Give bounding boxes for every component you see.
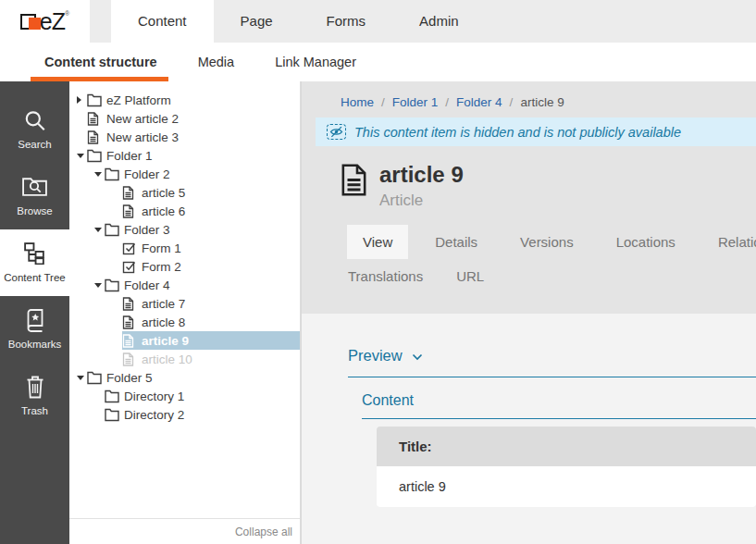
tab-locations[interactable]: Locations — [616, 225, 675, 259]
tab-translations[interactable]: Translations — [348, 259, 423, 293]
subnav-tab-link-manager[interactable]: Link Manager — [275, 43, 356, 81]
tree-item-article-10[interactable]: article 10 — [69, 350, 300, 368]
top-tab-page[interactable]: Page — [214, 0, 300, 43]
tree-item-body: Folder 4 — [105, 276, 300, 294]
sidebar-item-bookmarks[interactable]: Bookmarks — [0, 296, 69, 363]
content-type-label: Article — [379, 192, 464, 210]
tab-content-area: Preview Content Title:article 9 — [302, 314, 756, 544]
top-tab-list: ContentPageFormsAdmin — [111, 0, 486, 43]
sidebar-item-trash[interactable]: Trash — [0, 363, 69, 429]
tree-item-directory-1[interactable]: Directory 1 — [69, 387, 300, 405]
top-bar: eZ ® ContentPageFormsAdmin — [0, 0, 756, 43]
collapse-arrow-icon[interactable] — [77, 154, 87, 158]
subnav-tab-content-structure[interactable]: Content structure — [44, 43, 157, 81]
top-tab-content[interactable]: Content — [111, 0, 214, 43]
content-tree-panel: eZ PlatformNew article 2New article 3Fol… — [69, 81, 301, 544]
preview-label: Preview — [348, 347, 403, 365]
tree-item-folder-1[interactable]: Folder 1 — [69, 146, 300, 165]
sidebar-item-browse[interactable]: Browse — [0, 163, 69, 229]
folder-icon — [87, 371, 103, 385]
tree-item-article-9[interactable]: article 9 — [69, 331, 300, 350]
collapse-all-button[interactable]: Collapse all — [69, 518, 300, 544]
tree-item-body: Folder 3 — [105, 220, 300, 239]
search-icon — [0, 108, 69, 134]
expand-arrow-icon[interactable] — [77, 96, 87, 104]
preview-section-toggle[interactable]: Preview — [348, 347, 756, 377]
sidebar-item-label: Content Tree — [4, 272, 65, 283]
tree-item-new-article-2[interactable]: New article 2 — [69, 109, 300, 128]
tree-item-label: Folder 5 — [106, 371, 153, 385]
sidebar-item-search[interactable]: Search — [0, 96, 69, 163]
tab-versions[interactable]: Versions — [520, 225, 574, 259]
tab-row-2: TranslationsURL — [348, 259, 756, 293]
tree-item-body: article 7 — [122, 294, 300, 313]
tree-item-label: Directory 2 — [124, 408, 184, 422]
hidden-eye-icon — [327, 124, 346, 140]
breadcrumb-separator: / — [381, 95, 385, 109]
tree-item-form-1[interactable]: Form 1 — [69, 239, 300, 257]
tree-item-label: Folder 3 — [124, 223, 170, 237]
top-tab-admin[interactable]: Admin — [392, 0, 486, 43]
tab-relations[interactable]: Relations — [718, 225, 756, 259]
bookmarks-icon — [0, 308, 69, 334]
tree-item-article-8[interactable]: article 8 — [69, 313, 300, 331]
sidebar-item-label: Browse — [17, 205, 52, 216]
tab-details[interactable]: Details — [435, 225, 477, 259]
tree-item-label: article 8 — [142, 315, 185, 329]
tree-item-body: Folder 5 — [87, 368, 300, 387]
content-title-block: article 9 Article — [302, 146, 756, 210]
tree-item-directory-2[interactable]: Directory 2 — [69, 405, 300, 424]
tree-item-body: New article 2 — [87, 109, 300, 128]
folder-icon — [105, 278, 120, 292]
browse-icon — [0, 175, 69, 201]
tree-item-body: article 10 — [122, 350, 300, 368]
breadcrumb-separator: / — [445, 95, 449, 109]
page-body: SearchBrowseContent TreeBookmarksTrash e… — [0, 81, 756, 544]
tree-item-ez-platform[interactable]: eZ Platform — [69, 91, 300, 109]
tree-item-form-2[interactable]: Form 2 — [69, 257, 300, 276]
tree-item-body: Form 2 — [122, 257, 300, 276]
folder-icon — [105, 167, 120, 181]
sub-tab-list: Content structureMediaLink Manager — [44, 43, 397, 81]
tree-item-folder-4[interactable]: Folder 4 — [69, 276, 300, 294]
ez-logo-icon: eZ ® — [20, 8, 69, 35]
left-sidebar: SearchBrowseContent TreeBookmarksTrash — [0, 81, 69, 544]
collapse-arrow-icon[interactable] — [94, 172, 105, 177]
breadcrumb-link-folder-1[interactable]: Folder 1 — [392, 95, 439, 109]
tree-item-folder-2[interactable]: Folder 2 — [69, 165, 300, 183]
folder-icon — [105, 389, 120, 403]
breadcrumb-link-folder-4[interactable]: Folder 4 — [456, 95, 502, 109]
article-document-icon — [341, 162, 367, 210]
app-logo[interactable]: eZ ® — [0, 0, 90, 43]
subnav-tab-media[interactable]: Media — [198, 43, 235, 81]
tree-item-label: article 7 — [142, 297, 185, 311]
article-icon — [122, 352, 138, 366]
page-title: article 9 — [379, 162, 464, 189]
tree-item-label: article 10 — [142, 352, 192, 366]
tree-item-body: article 6 — [122, 202, 300, 220]
breadcrumb: Home/Folder 1/Folder 4/article 9 — [302, 81, 756, 117]
sidebar-item-label: Bookmarks — [8, 339, 62, 350]
tree-item-body: article 8 — [122, 313, 300, 331]
tree-item-folder-5[interactable]: Folder 5 — [69, 368, 300, 387]
collapse-arrow-icon[interactable] — [77, 376, 87, 380]
sidebar-item-label: Search — [18, 139, 51, 150]
tree-item-article-6[interactable]: article 6 — [69, 202, 300, 220]
sidebar-item-content-tree[interactable]: Content Tree — [0, 229, 69, 296]
tree-item-article-5[interactable]: article 5 — [69, 183, 300, 202]
tree-item-body: article 5 — [122, 183, 300, 202]
tree-item-article-7[interactable]: article 7 — [69, 294, 300, 313]
tree-item-folder-3[interactable]: Folder 3 — [69, 220, 300, 239]
collapse-arrow-icon[interactable] — [94, 283, 105, 288]
tab-url[interactable]: URL — [456, 259, 484, 293]
article-icon — [122, 204, 138, 218]
top-tab-forms[interactable]: Forms — [300, 0, 393, 43]
tree-item-body: article 9 — [122, 331, 300, 350]
tree-item-body: Folder 1 — [87, 146, 300, 165]
breadcrumb-link-home[interactable]: Home — [341, 95, 374, 109]
breadcrumb-current: article 9 — [520, 95, 564, 109]
tree-item-new-article-3[interactable]: New article 3 — [69, 128, 300, 146]
collapse-arrow-icon[interactable] — [94, 228, 105, 232]
field-label: Title: — [377, 427, 756, 466]
tab-view[interactable]: View — [347, 225, 408, 259]
